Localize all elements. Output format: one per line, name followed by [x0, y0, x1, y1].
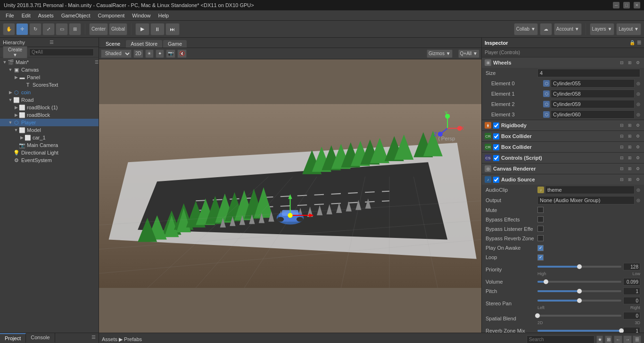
2d-button[interactable]: 2D — [133, 49, 143, 58]
menu-component[interactable]: Component — [94, 12, 128, 19]
hier-item-roadblock1[interactable]: ▶ ⬜ roadBlock (1) — [0, 104, 99, 111]
stereo-pan-slider-value[interactable]: 0 — [623, 297, 640, 304]
rb-settings[interactable]: ⚙ — [635, 122, 641, 129]
element2-input[interactable]: Cylinder059 — [551, 100, 635, 108]
spatial-blend-slider-value[interactable]: 0 — [623, 312, 640, 319]
element0-pick[interactable]: ◎ — [636, 81, 640, 86]
controls-script-header[interactable]: CS Controls (Script) ⊟⊞⚙ — [482, 153, 644, 163]
priority-slider-value[interactable]: 128 — [623, 263, 640, 270]
assets-panel-menu-btn[interactable]: ☰ — [633, 335, 641, 343]
rigidbody-header[interactable]: ⧫ Rigidbody ⊟⊞⚙ — [482, 120, 644, 131]
bc2-copy[interactable]: ⊟ — [619, 144, 625, 150]
bc1-settings[interactable]: ⚙ — [635, 133, 641, 139]
rect-tool[interactable]: ▭ — [56, 23, 68, 35]
menu-help[interactable]: Help — [154, 12, 173, 19]
output-pick[interactable]: ◎ — [636, 198, 640, 203]
scale-tool[interactable]: ⤢ — [42, 23, 55, 35]
hier-item-coin[interactable]: ▶ ⬡ coin — [0, 89, 99, 96]
audioclip-input[interactable]: theme — [545, 186, 635, 194]
move-tool[interactable]: ✛ — [16, 23, 28, 35]
collab-button[interactable]: Collab ▼ — [514, 23, 538, 35]
priority-slider-track[interactable] — [537, 266, 621, 268]
reverb-mix-slider-track[interactable] — [537, 330, 621, 332]
search-all-button[interactable]: Q+All ▼ — [458, 49, 479, 58]
bc2-paste[interactable]: ⊞ — [627, 144, 633, 150]
play-button[interactable]: ▶ — [135, 23, 149, 35]
pitch-slider-track[interactable] — [537, 290, 621, 292]
tab-game[interactable]: Game — [163, 40, 187, 48]
bc1-paste[interactable]: ⊞ — [627, 133, 633, 139]
canvas-renderer-header[interactable]: ◎ Canvas Renderer ⊟⊞⚙ — [482, 163, 644, 174]
spatial-blend-slider-thumb[interactable] — [535, 313, 540, 318]
box-collider1-header[interactable]: CR Box Collider ⊟⊞⚙ — [482, 131, 644, 141]
wheels-settings-btn[interactable]: ⚙ — [635, 59, 641, 66]
rb-paste[interactable]: ⊞ — [627, 122, 633, 129]
priority-slider-thumb[interactable] — [577, 264, 582, 269]
element2-pick[interactable]: ◎ — [636, 102, 640, 106]
reverb-mix-slider-value[interactable]: 1 — [623, 327, 640, 333]
element3-pick[interactable]: ◎ — [636, 112, 640, 117]
hand-tool[interactable]: ✋ — [3, 23, 15, 35]
wheels-section-header[interactable]: ⊞ Wheels ⊟ ⊞ ⚙ — [482, 57, 644, 68]
element1-input[interactable]: Cylinder058 — [551, 90, 635, 98]
rigidbody-enabled[interactable] — [493, 122, 499, 129]
play-on-awake-checkbox[interactable] — [537, 245, 544, 251]
camera-button[interactable]: 📷 — [166, 49, 175, 58]
hierarchy-search[interactable] — [29, 49, 94, 56]
hierarchy-create-button[interactable]: Create ▼ — [3, 46, 27, 58]
spatial-blend-slider-track[interactable] — [537, 315, 621, 317]
loop-checkbox[interactable] — [537, 254, 544, 261]
hier-item-car1[interactable]: ▶ ⬜ car_1 — [0, 134, 99, 141]
rb-copy[interactable]: ⊟ — [619, 122, 625, 129]
volume-slider-track[interactable] — [537, 281, 621, 283]
cr-settings[interactable]: ⚙ — [635, 165, 641, 172]
hier-item-model[interactable]: ▼ ⬜ Model — [0, 126, 99, 134]
element1-pick[interactable]: ◎ — [636, 91, 640, 96]
wheels-size-input[interactable]: 4 — [537, 69, 640, 77]
hier-item-eventsystem[interactable]: ⚙ EventSystem — [0, 156, 99, 164]
pause-button[interactable]: ⏸ — [150, 23, 165, 35]
hierarchy-menu[interactable]: ☰ — [50, 40, 96, 45]
cs-enabled[interactable] — [493, 155, 499, 161]
bypass-reverb-checkbox[interactable] — [537, 235, 544, 241]
hier-item-panel[interactable]: ▶ ▬ Panel — [0, 74, 99, 81]
lighting-button[interactable]: ☀ — [145, 49, 154, 58]
reverb-mix-slider-thumb[interactable] — [619, 328, 624, 333]
bc2-enabled[interactable] — [493, 144, 499, 150]
tab-console[interactable]: Console — [26, 333, 55, 343]
fx-button[interactable]: ✦ — [156, 49, 164, 58]
element3-input[interactable]: Cylinder060 — [551, 110, 635, 119]
mute-checkbox[interactable] — [537, 207, 544, 213]
volume-slider-value[interactable]: 0.099 — [623, 278, 640, 286]
hier-menu-main[interactable]: ☰ — [95, 60, 99, 65]
maximize-button[interactable]: □ — [623, 2, 630, 8]
volume-slider-thumb[interactable] — [544, 279, 548, 284]
menu-assets[interactable]: Assets — [34, 12, 58, 19]
wheels-copy-btn[interactable]: ⊟ — [619, 59, 625, 66]
as-enabled[interactable] — [493, 177, 499, 183]
box-collider2-header[interactable]: CR Box Collider ⊟⊞⚙ — [482, 142, 644, 152]
cloud-button[interactable]: ☁ — [540, 23, 552, 35]
bc1-enabled[interactable] — [493, 133, 499, 139]
menu-edit[interactable]: Edit — [18, 12, 34, 19]
as-paste[interactable]: ⊞ — [627, 176, 633, 183]
tab-project[interactable]: Project — [0, 333, 26, 343]
inspector-menu[interactable]: ☰ — [637, 40, 641, 45]
inspector-lock[interactable]: 🔒 — [629, 40, 635, 45]
hier-item-road[interactable]: ▼ ⬜ Road — [0, 96, 99, 104]
global-button[interactable]: Global — [109, 23, 127, 35]
output-input[interactable]: None (Audio Mixer Group) — [537, 196, 635, 204]
menu-file[interactable]: File — [2, 12, 18, 19]
wheels-paste-btn[interactable]: ⊞ — [627, 59, 633, 66]
menu-gameobject[interactable]: GameObject — [58, 12, 94, 19]
hier-item-roadblock[interactable]: ▶ ⬜ roadBlock — [0, 111, 99, 119]
hier-item-maincamera[interactable]: 📷 Main Camera — [0, 141, 99, 149]
as-settings[interactable]: ⚙ — [635, 176, 641, 183]
layout-button[interactable]: Layout ▼ — [616, 23, 641, 35]
cs-paste[interactable]: ⊞ — [627, 155, 633, 161]
stereo-pan-slider-thumb[interactable] — [577, 298, 582, 303]
multi-tool[interactable]: ⊞ — [69, 23, 81, 35]
gizmos-button[interactable]: Gizmos ▼ — [427, 49, 453, 58]
step-button[interactable]: ⏭ — [165, 23, 180, 35]
panel-menu-btn[interactable]: ☰ — [89, 333, 99, 343]
